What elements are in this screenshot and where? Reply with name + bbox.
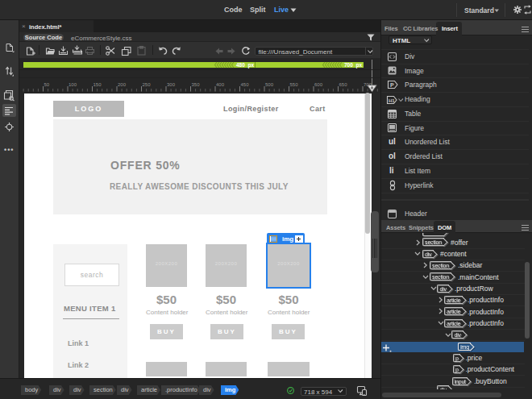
svg-text:H1: H1 <box>389 98 395 102</box>
svg-text:P: P <box>390 82 394 88</box>
